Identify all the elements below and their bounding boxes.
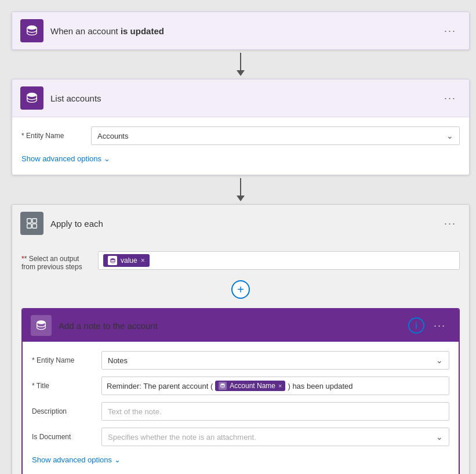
add-note-info-button[interactable]: i bbox=[408, 317, 424, 334]
account-name-label: Account Name bbox=[230, 382, 275, 390]
trigger-header: When an account is updated ··· bbox=[12, 12, 469, 49]
note-is-document-dropdown[interactable]: Specifies whether the note is an attachm… bbox=[101, 428, 449, 446]
entity-name-chevron: ⌄ bbox=[446, 131, 453, 140]
apply-to-each-card: Apply to each ··· ** Select an output fr… bbox=[12, 204, 470, 474]
apply-to-each-title: Apply to each bbox=[50, 219, 439, 229]
svg-rect-4 bbox=[27, 224, 31, 228]
note-is-document-row: Is Document Specifies whether the note i… bbox=[32, 428, 449, 446]
apply-to-each-more-button[interactable]: ··· bbox=[439, 215, 461, 232]
note-is-document-label: Is Document bbox=[32, 433, 101, 441]
svg-point-0 bbox=[27, 26, 37, 30]
list-accounts-card: List accounts ··· * Entity Name Accounts… bbox=[12, 79, 470, 175]
note-is-document-chevron: ⌄ bbox=[436, 432, 443, 442]
add-note-more-button[interactable]: ··· bbox=[429, 317, 450, 334]
add-action-button[interactable]: + bbox=[231, 280, 250, 299]
arrow-2 bbox=[12, 175, 470, 204]
flow-container: When an account is updated ··· List acco… bbox=[12, 12, 470, 474]
note-title-prefix: Reminder: The parent account ( bbox=[107, 382, 213, 390]
add-note-card: Add a note to the account i ··· * Entity… bbox=[21, 308, 460, 474]
value-chip: value × bbox=[103, 254, 150, 267]
list-accounts-show-advanced-button[interactable]: Show advanced options ⌄ bbox=[21, 152, 110, 165]
show-advanced-chevron-1: ⌄ bbox=[104, 154, 110, 163]
note-entity-chevron: ⌄ bbox=[436, 356, 443, 365]
show-advanced-chevron-2: ⌄ bbox=[114, 455, 121, 464]
note-title-suffix: ) has been updated bbox=[288, 382, 353, 390]
list-accounts-icon bbox=[20, 86, 43, 110]
trigger-card: When an account is updated ··· bbox=[12, 12, 470, 50]
entity-name-label: * Entity Name bbox=[21, 132, 91, 140]
svg-point-6 bbox=[110, 258, 114, 260]
add-note-header: Add a note to the account i ··· bbox=[23, 309, 459, 342]
list-accounts-more-button[interactable]: ··· bbox=[439, 90, 461, 107]
svg-rect-2 bbox=[27, 219, 31, 223]
add-note-body: * Entity Name Notes ⌄ * Title Reminder: … bbox=[23, 342, 459, 474]
arrow-1 bbox=[12, 50, 470, 79]
list-accounts-header: List accounts ··· bbox=[12, 79, 469, 117]
value-chip-close[interactable]: × bbox=[141, 256, 145, 265]
value-chip-icon bbox=[108, 256, 117, 265]
add-note-header-actions: i ··· bbox=[408, 317, 450, 334]
select-output-row: ** Select an output from previous steps … bbox=[21, 251, 460, 271]
entity-name-dropdown[interactable]: Accounts ⌄ bbox=[91, 126, 460, 145]
note-entity-name-row: * Entity Name Notes ⌄ bbox=[32, 351, 449, 370]
account-name-chip-icon bbox=[219, 382, 227, 390]
add-note-icon bbox=[31, 315, 52, 336]
svg-rect-5 bbox=[32, 224, 37, 228]
svg-point-1 bbox=[27, 93, 37, 97]
trigger-icon bbox=[20, 19, 43, 42]
value-tag-container[interactable]: value × bbox=[98, 251, 460, 270]
account-name-chip-close[interactable]: × bbox=[278, 382, 282, 389]
list-accounts-body: * Entity Name Accounts ⌄ Show advanced o… bbox=[12, 117, 469, 175]
svg-point-7 bbox=[37, 320, 46, 324]
svg-rect-3 bbox=[32, 219, 37, 223]
trigger-title: When an account is updated bbox=[50, 26, 439, 36]
note-description-label: Description bbox=[32, 407, 101, 415]
note-entity-name-label: * Entity Name bbox=[32, 356, 101, 364]
note-title-label: * Title bbox=[32, 382, 101, 390]
entity-name-row: * Entity Name Accounts ⌄ bbox=[21, 126, 460, 145]
select-output-label: ** Select an output from previous steps bbox=[21, 251, 91, 271]
note-entity-name-dropdown[interactable]: Notes ⌄ bbox=[101, 351, 449, 370]
apply-to-each-body: ** Select an output from previous steps … bbox=[12, 242, 469, 474]
note-description-field[interactable]: Text of the note. bbox=[101, 402, 449, 421]
note-title-row: * Title Reminder: The parent account ( bbox=[32, 377, 449, 395]
note-description-row: Description Text of the note. bbox=[32, 402, 449, 421]
add-note-title: Add a note to the account bbox=[59, 321, 408, 331]
apply-to-each-icon bbox=[20, 212, 43, 235]
note-title-field[interactable]: Reminder: The parent account ( Acc bbox=[101, 377, 449, 395]
add-note-show-advanced-button[interactable]: Show advanced options ⌄ bbox=[32, 453, 121, 466]
account-name-chip: Account Name × bbox=[215, 381, 285, 391]
list-accounts-title: List accounts bbox=[50, 93, 439, 103]
trigger-more-button[interactable]: ··· bbox=[439, 23, 461, 39]
apply-to-each-header: Apply to each ··· bbox=[12, 205, 469, 242]
svg-point-8 bbox=[221, 383, 225, 385]
